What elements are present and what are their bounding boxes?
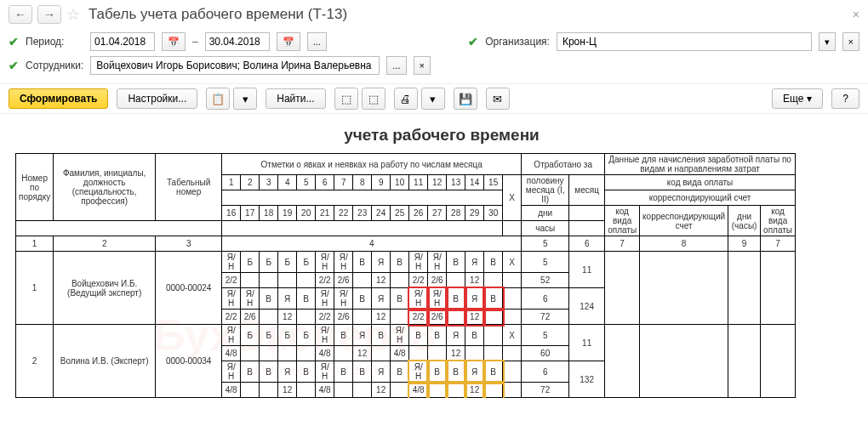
cell-day[interactable]: 4/8 (409, 383, 428, 398)
emp-clear-button[interactable]: × (414, 56, 431, 75)
emp-select-button[interactable]: ... (386, 56, 406, 75)
find-button[interactable]: Найти... (266, 88, 325, 109)
cell-day[interactable]: 12 (372, 273, 391, 288)
cell-day[interactable]: X (503, 252, 522, 273)
cell-day[interactable] (278, 273, 297, 288)
cell-day[interactable]: В (241, 361, 260, 383)
cell-day[interactable]: Я/Н (409, 252, 428, 273)
cell-day[interactable]: 12 (353, 346, 372, 361)
cell-day[interactable]: Я/Н (222, 361, 241, 383)
org-input[interactable] (557, 32, 812, 51)
cell-day[interactable] (428, 346, 447, 361)
cell-day[interactable]: В (428, 361, 447, 383)
cell-day[interactable] (484, 273, 503, 288)
cell-day[interactable] (503, 310, 522, 325)
cell-day[interactable]: 12 (372, 310, 391, 325)
cell-day[interactable]: В (391, 252, 409, 273)
cell-day[interactable]: 4/8 (222, 346, 241, 361)
date-to-input[interactable] (205, 32, 270, 51)
emp-input[interactable] (90, 56, 380, 75)
cell-day[interactable]: 2/6 (334, 273, 353, 288)
cell-day[interactable] (447, 383, 465, 398)
cell-day[interactable]: В (260, 361, 278, 383)
date-from-calendar-icon[interactable]: 📅 (162, 32, 186, 51)
cell-day[interactable] (260, 310, 278, 325)
variants-icon[interactable]: 📋 (206, 88, 230, 110)
cell-day[interactable]: 2/6 (428, 273, 447, 288)
cell-day[interactable]: В (353, 252, 372, 273)
date-from-input[interactable] (90, 32, 155, 51)
cell-day[interactable]: В (484, 361, 503, 383)
cell-day[interactable] (503, 273, 522, 288)
cell-day[interactable]: Б (278, 252, 297, 273)
cell-day[interactable]: Б (241, 252, 260, 273)
cell-day[interactable]: X (503, 325, 522, 346)
cell-day[interactable]: В (353, 361, 372, 383)
cell-day[interactable]: 12 (278, 383, 297, 398)
cell-day[interactable]: Я (447, 325, 465, 346)
cell-day[interactable]: Б (297, 325, 316, 346)
cell-day[interactable]: Б (260, 252, 278, 273)
cell-day[interactable]: В (353, 288, 372, 310)
cell-day[interactable]: 2/2 (316, 310, 334, 325)
cell-day[interactable]: 4/8 (316, 383, 334, 398)
help-button[interactable]: ? (831, 88, 859, 109)
cell-day[interactable] (409, 346, 428, 361)
print-dropdown-icon[interactable]: ▾ (421, 88, 445, 110)
cell-day[interactable]: Я/Н (409, 288, 428, 310)
cell-day[interactable] (297, 310, 316, 325)
cell-day[interactable]: Б (260, 325, 278, 346)
cell-day[interactable]: Я/Н (428, 288, 447, 310)
cell-day[interactable] (297, 383, 316, 398)
cell-day[interactable] (428, 383, 447, 398)
cell-day[interactable]: Я/Н (316, 252, 334, 273)
cell-day[interactable]: Б (278, 325, 297, 346)
cell-day[interactable]: Я (372, 361, 391, 383)
cell-day[interactable]: В (260, 288, 278, 310)
cell-day[interactable]: Я/Н (334, 252, 353, 273)
more-button[interactable]: Еще ▾ (772, 88, 823, 109)
cell-day[interactable]: 2/2 (316, 273, 334, 288)
cell-day[interactable]: Я (353, 325, 372, 346)
cell-day[interactable]: В (465, 325, 484, 346)
forward-button[interactable]: → (37, 5, 61, 24)
cell-day[interactable]: 2/6 (241, 310, 260, 325)
cell-day[interactable] (503, 346, 522, 361)
cell-day[interactable]: В (447, 288, 465, 310)
cell-day[interactable]: Б (241, 325, 260, 346)
cell-day[interactable]: 4/8 (222, 383, 241, 398)
cell-day[interactable]: В (484, 252, 503, 273)
cell-day[interactable]: Б (297, 252, 316, 273)
cell-day[interactable] (503, 288, 522, 310)
cell-day[interactable]: В (297, 288, 316, 310)
cell-day[interactable]: 2/2 (409, 273, 428, 288)
cell-day[interactable]: В (447, 252, 465, 273)
cell-day[interactable]: В (447, 361, 465, 383)
cell-day[interactable]: В (391, 288, 409, 310)
save-icon[interactable]: 💾 (454, 88, 477, 110)
collapse-icon[interactable]: ⬚ (362, 88, 385, 110)
cell-day[interactable] (465, 346, 484, 361)
cell-day[interactable]: Я/Н (222, 252, 241, 273)
cell-day[interactable]: 12 (465, 273, 484, 288)
org-dropdown-icon[interactable]: ▾ (819, 32, 836, 51)
emp-check-icon[interactable]: ✔ (9, 59, 19, 72)
cell-day[interactable]: В (334, 325, 353, 346)
cell-day[interactable] (391, 273, 409, 288)
favorite-star-icon[interactable]: ☆ (66, 5, 80, 24)
generate-button[interactable]: Сформировать (9, 88, 108, 109)
cell-day[interactable]: В (484, 288, 503, 310)
cell-day[interactable]: Я (465, 288, 484, 310)
cell-day[interactable]: 2/2 (222, 310, 241, 325)
date-to-calendar-icon[interactable]: 📅 (277, 32, 300, 51)
variants-dropdown-icon[interactable]: ▾ (233, 88, 257, 110)
cell-day[interactable] (447, 310, 465, 325)
cell-day[interactable]: Я (465, 361, 484, 383)
cell-day[interactable] (334, 346, 353, 361)
cell-day[interactable]: 12 (447, 346, 465, 361)
cell-day[interactable]: В (391, 361, 409, 383)
cell-day[interactable]: Я (278, 288, 297, 310)
print-icon[interactable]: 🖨 (394, 88, 418, 110)
cell-day[interactable] (503, 383, 522, 398)
cell-day[interactable]: 4/8 (391, 346, 409, 361)
